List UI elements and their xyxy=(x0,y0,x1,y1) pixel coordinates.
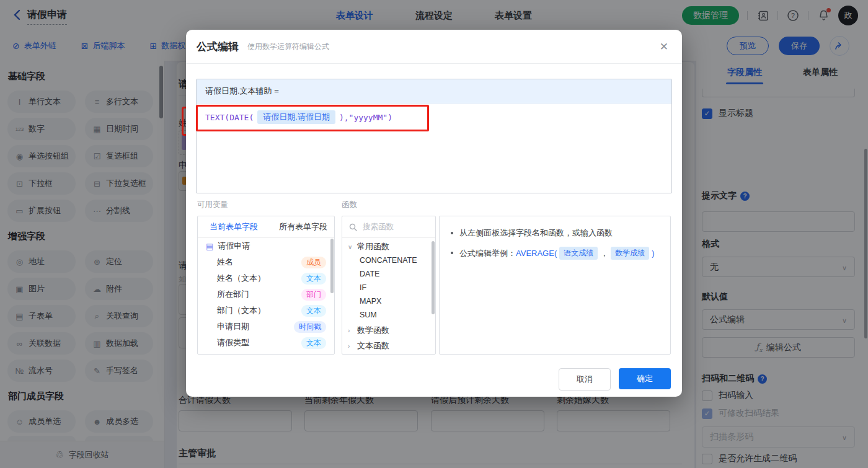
chevron-right-icon: › xyxy=(348,327,354,334)
formula-suffix: ),"yyyyMM") xyxy=(339,113,392,122)
variable-name: 姓名（文本） xyxy=(217,273,265,284)
variables-tabs: 当前表单字段所有表单字段 xyxy=(198,216,334,238)
variable-name: 请假类型 xyxy=(217,337,249,348)
formula-help-panel: 从左侧面板选择字段名和函数，或输入函数 公式编辑举例：AVERAGE(语文成绩，… xyxy=(439,216,671,355)
variable-row[interactable]: 姓名（文本）文本 xyxy=(198,270,334,286)
function-group[interactable]: ›文本函数 xyxy=(342,339,435,353)
variable-row[interactable]: 部门（文本）文本 xyxy=(198,302,334,319)
formula-box: 请假日期.文本辅助 = TEXT(DATE( 请假日期.请假日期 ),"yyyy… xyxy=(196,79,672,193)
variable-row[interactable]: 所在部门部门 xyxy=(198,286,334,302)
variable-type-badge: 部门 xyxy=(301,289,326,301)
bullet-icon xyxy=(451,232,453,234)
help-line-1: 从左侧面板选择字段名和函数，或输入函数 xyxy=(450,227,660,239)
variable-name: 所在部门 xyxy=(217,289,249,300)
bullet-icon xyxy=(451,252,453,254)
variable-type-badge: 成员 xyxy=(301,257,326,268)
search-icon xyxy=(349,223,357,231)
variable-row[interactable]: 姓名成员 xyxy=(198,254,334,270)
function-item[interactable]: SUM xyxy=(342,308,435,322)
variables-panel: 当前表单字段所有表单字段 ▤ 请假申请 姓名成员姓名（文本）文本所在部门部门部门… xyxy=(197,216,335,355)
chevron-down-icon: ∨ xyxy=(348,244,354,250)
function-item[interactable]: IF xyxy=(342,281,435,294)
variable-type-badge: 文本 xyxy=(301,273,326,285)
function-group[interactable]: ›数学函数 xyxy=(342,324,435,337)
variable-name: 姓名 xyxy=(217,257,233,268)
variable-row[interactable]: 请假类型文本 xyxy=(198,335,334,351)
formula-target: 请假日期.文本辅助 = xyxy=(197,79,671,104)
function-item[interactable]: CONCATENATE xyxy=(342,254,435,267)
chevron-right-icon: › xyxy=(348,343,354,350)
variable-type-badge: 时间戳 xyxy=(294,321,326,333)
cancel-button[interactable]: 取消 xyxy=(559,368,611,391)
functions-label: 函数 xyxy=(342,200,357,210)
variable-name: 部门（文本） xyxy=(217,305,265,316)
form-doc-icon: ▤ xyxy=(206,242,213,251)
modal-subtitle: 使用数学运算符编辑公式 xyxy=(247,42,329,52)
help-line-2: 公式编辑举例：AVERAGE(语文成绩，数学成绩) xyxy=(450,247,660,260)
formula-prefix: TEXT(DATE( xyxy=(205,113,254,122)
variables-tab[interactable]: 当前表单字段 xyxy=(210,221,258,232)
function-item[interactable]: MAPX xyxy=(342,294,435,308)
function-search-input[interactable] xyxy=(361,222,426,232)
function-search[interactable] xyxy=(342,216,435,238)
modal-title: 公式编辑 xyxy=(197,40,239,54)
modal-header: 公式编辑 使用数学运算符编辑公式 ✕ xyxy=(186,30,682,64)
functions-panel: ∨常用函数CONCATENATEDATEIFMAPXSUM›数学函数›文本函数 xyxy=(342,216,436,355)
confirm-button[interactable]: 确定 xyxy=(619,368,671,389)
function-item[interactable]: DATE xyxy=(342,267,435,281)
variable-name: 申请日期 xyxy=(217,321,249,332)
variables-label: 可用变量 xyxy=(197,200,228,210)
close-icon[interactable]: ✕ xyxy=(660,40,668,53)
field-chip[interactable]: 请假日期.请假日期 xyxy=(257,110,335,124)
function-group-label: 数学函数 xyxy=(357,325,389,336)
function-group-label: 常用函数 xyxy=(357,241,389,252)
variables-scrollbar[interactable] xyxy=(330,239,334,293)
formula-editor[interactable]: TEXT(DATE( 请假日期.请假日期 ),"yyyyMM") xyxy=(197,104,671,124)
variables-root-node[interactable]: ▤ 请假申请 xyxy=(198,238,334,254)
functions-scrollbar[interactable] xyxy=(432,241,435,314)
formula-editor-modal: 公式编辑 使用数学运算符编辑公式 ✕ 请假日期.文本辅助 = TEXT(DATE… xyxy=(186,30,682,397)
variables-tab[interactable]: 所有表单字段 xyxy=(279,221,327,232)
variable-type-badge: 文本 xyxy=(301,337,326,349)
variable-type-badge: 文本 xyxy=(301,305,326,317)
function-group[interactable]: ∨常用函数 xyxy=(342,240,435,254)
function-group-label: 文本函数 xyxy=(357,340,389,351)
example-chip: 数学成绩 xyxy=(611,247,649,260)
variable-row[interactable]: 申请日期时间戳 xyxy=(198,319,334,335)
example-chip: 语文成绩 xyxy=(559,247,598,260)
